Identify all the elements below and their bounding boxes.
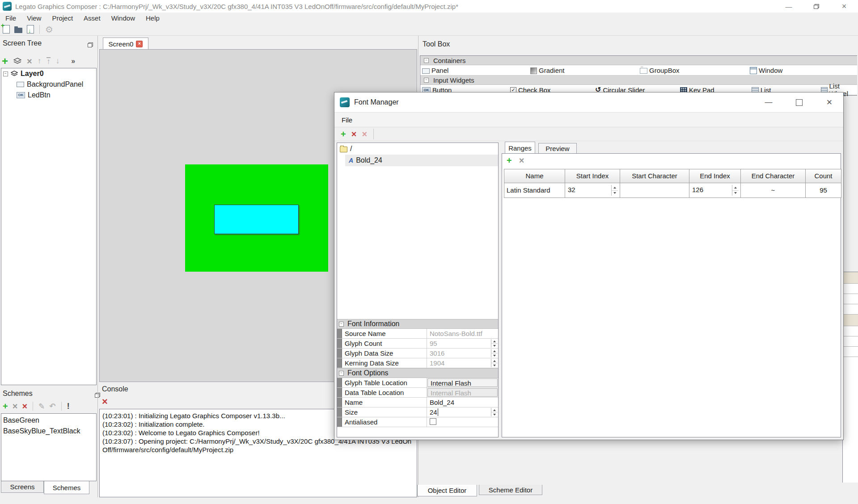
antialiased-checkbox[interactable] xyxy=(430,418,436,425)
delete-range-icon[interactable]: × xyxy=(519,156,524,164)
toolbox-group-input-widgets[interactable]: − Input Widgets xyxy=(420,76,857,85)
more-actions-icon[interactable]: » xyxy=(71,57,75,65)
start-index-input[interactable]: 32 xyxy=(565,183,620,198)
font-asset-icon: A xyxy=(349,157,353,164)
tab-schemes[interactable]: Schemes xyxy=(44,481,89,494)
font-options-header[interactable]: − Font Options xyxy=(337,368,498,378)
tab-screens[interactable]: Screens xyxy=(1,481,44,493)
tree-item-label: Layer0 xyxy=(21,70,44,78)
clear-console-icon[interactable]: × xyxy=(102,398,108,406)
minimize-button[interactable]: — xyxy=(775,0,803,13)
menu-help[interactable]: Help xyxy=(140,13,165,23)
item-label: Gradient xyxy=(539,67,565,74)
delete-scheme-icon[interactable]: × xyxy=(13,402,18,410)
edit-scheme-icon[interactable]: ✎ xyxy=(38,402,45,411)
tab-object-editor[interactable]: Object Editor xyxy=(417,485,477,496)
collapse-icon[interactable]: − xyxy=(424,58,429,63)
delete-widget-icon[interactable]: × xyxy=(27,57,32,65)
new-project-icon[interactable] xyxy=(3,25,10,34)
screen-tree-float-icon[interactable] xyxy=(88,42,93,47)
field-label: Source Name xyxy=(342,329,427,338)
dialog-menubar: File xyxy=(334,112,843,127)
toolbox-item-panel[interactable]: Panel xyxy=(422,65,448,75)
row-gutter xyxy=(337,398,342,407)
ranges-table-header: Name Start Index Start Character End Ind… xyxy=(504,169,841,183)
tree-item-backgroundpanel[interactable]: BackgroundPanel xyxy=(1,79,96,90)
move-to-top-icon[interactable]: ↑ xyxy=(46,57,51,65)
remove-scheme-icon[interactable]: × xyxy=(22,402,27,410)
dialog-controls: — × xyxy=(758,95,840,110)
warning-icon[interactable]: ! xyxy=(67,401,70,411)
tab-preview[interactable]: Preview xyxy=(538,143,577,154)
spinner[interactable] xyxy=(491,339,498,348)
dialog-toolbar: + × × xyxy=(334,127,843,141)
end-index-input[interactable]: 126 xyxy=(689,183,741,198)
move-up-icon[interactable]: ↑ xyxy=(38,58,42,65)
menu-view[interactable]: View xyxy=(21,13,46,23)
spinner[interactable] xyxy=(491,359,498,367)
menu-file[interactable]: File xyxy=(0,13,21,23)
splitter-left[interactable] xyxy=(97,36,98,497)
tree-item-layer0[interactable]: − Layer0 xyxy=(1,68,96,79)
menu-project[interactable]: Project xyxy=(46,13,78,23)
close-screen0-icon[interactable]: × xyxy=(136,41,143,47)
menu-window[interactable]: Window xyxy=(106,13,140,23)
open-project-icon[interactable] xyxy=(14,28,22,33)
remove-font-icon[interactable]: × xyxy=(351,130,357,138)
tab-screen0[interactable]: Screen0 × xyxy=(103,38,148,50)
font-size-input[interactable]: 24 xyxy=(427,407,498,417)
toolbox-group-containers[interactable]: − Containers xyxy=(420,56,857,65)
spinner[interactable] xyxy=(732,185,739,196)
font-item-bold24[interactable]: A Bold_24 xyxy=(345,155,498,166)
font-manager-titlebar[interactable]: Font Manager — × xyxy=(334,92,843,112)
ranges-table-row[interactable]: Latin Standard 32 126 ~ 95 xyxy=(504,183,841,198)
close-button[interactable]: × xyxy=(830,0,858,13)
font-name-input[interactable]: Bold_24 xyxy=(427,398,498,407)
dialog-menu-file[interactable]: File xyxy=(342,116,352,124)
tab-scheme-editor[interactable]: Scheme Editor xyxy=(479,485,542,495)
undo-icon[interactable]: ↶ xyxy=(49,402,55,411)
background-panel-widget[interactable] xyxy=(185,164,328,272)
restore-button[interactable] xyxy=(803,0,830,13)
row-gutter xyxy=(337,349,342,358)
tab-ranges[interactable]: Ranges xyxy=(505,142,535,154)
layers-icon[interactable] xyxy=(13,58,21,65)
menu-asset[interactable]: Asset xyxy=(78,13,106,23)
group-label: Input Widgets xyxy=(433,76,474,84)
spinner[interactable] xyxy=(491,349,498,357)
start-character-input[interactable] xyxy=(620,183,689,198)
scheme-item-baseskyblue[interactable]: BaseSkyBlue_TextBlack xyxy=(1,424,96,435)
font-information-header[interactable]: − Font Information xyxy=(337,319,498,329)
add-scheme-icon[interactable]: + xyxy=(3,402,8,410)
row-gutter xyxy=(337,358,342,368)
spinner[interactable] xyxy=(491,408,498,416)
collapse-icon[interactable]: − xyxy=(339,322,344,327)
led-button-widget[interactable] xyxy=(214,205,299,234)
spinner[interactable] xyxy=(611,185,618,196)
add-font-icon[interactable]: + xyxy=(341,130,346,138)
toolbox-item-groupbox[interactable]: GroupBox xyxy=(640,65,680,75)
import-icon[interactable] xyxy=(27,25,34,34)
tree-item-ledbtn[interactable]: OK LedBtn xyxy=(1,90,96,101)
font-tree-root[interactable]: / xyxy=(337,143,498,155)
settings-gear-icon[interactable]: ⚙ xyxy=(45,25,53,34)
collapse-icon[interactable]: − xyxy=(3,71,8,76)
add-range-icon[interactable]: + xyxy=(507,156,512,164)
collapse-icon[interactable]: − xyxy=(339,371,344,376)
remove-all-fonts-icon[interactable]: × xyxy=(362,130,367,138)
toolbox-item-window[interactable]: Window xyxy=(750,65,782,75)
font-manager-dialog[interactable]: Font Manager — × File + × × / A Bold_24 … xyxy=(334,92,844,440)
glyph-table-location-select[interactable]: Internal Flash xyxy=(427,378,498,387)
panel-icon xyxy=(17,82,24,87)
toolbox-item-gradient[interactable]: Gradient xyxy=(530,65,565,75)
dialog-minimize-button[interactable]: — xyxy=(758,95,779,110)
row-name: Name Bold_24 xyxy=(337,398,498,407)
scheme-item-basegreen[interactable]: BaseGreen xyxy=(1,414,96,424)
dialog-maximize-button[interactable] xyxy=(789,95,809,110)
dialog-close-button[interactable]: × xyxy=(819,95,840,110)
move-down-icon[interactable]: ↓ xyxy=(56,58,60,65)
add-widget-icon[interactable]: + xyxy=(2,57,8,65)
tree-item-label: BackgroundPanel xyxy=(27,80,83,88)
collapse-icon[interactable]: − xyxy=(424,78,429,83)
property-row xyxy=(843,304,858,315)
